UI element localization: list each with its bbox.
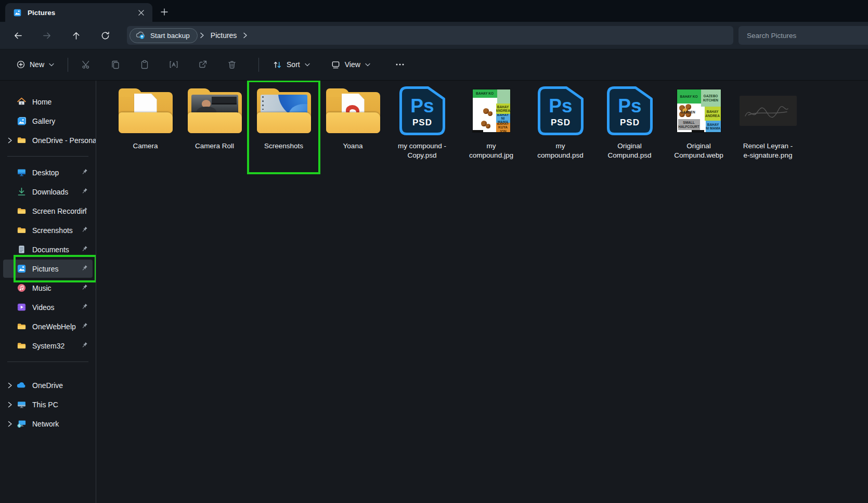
back-button[interactable] [7,26,28,45]
sidebar-item-system32[interactable]: System32 [0,336,96,355]
breadcrumb-chevron-icon[interactable] [243,32,248,38]
sidebar-item-screen-recordin[interactable]: Screen Recordin [0,201,96,221]
file-name: OriginalCompund.psd [607,141,651,160]
file-tile-rencel-leyran-e-signature-png[interactable]: Rencel Leyran -e-signature.png [733,84,802,160]
chevron-down-icon [305,63,310,67]
view-button[interactable]: View [325,55,376,74]
sort-button[interactable]: Sort [267,55,316,74]
navigation-pane: HomeGalleryOneDrive - Persona DesktopDow… [0,81,96,503]
svg-text:Ps: Ps [549,95,572,117]
expand-chevron-icon[interactable] [7,137,16,144]
videos-icon [16,302,27,313]
gallery-icon [16,116,27,126]
sidebar-item-downloads[interactable]: Downloads [0,182,96,201]
chevron-down-icon [365,63,370,67]
folder-icon [16,135,27,146]
cut-button[interactable] [76,54,97,75]
pin-icon [81,187,89,196]
forward-button[interactable] [36,26,57,45]
sidebar-item-home[interactable]: Home [0,92,96,111]
file-name: Screenshots [264,141,303,151]
folder-photo-thumbnail [180,84,249,138]
share-button[interactable] [192,54,213,75]
sidebar-item-label: OneDrive [32,381,96,390]
downloads-icon [16,187,27,197]
sidebar-item-desktop[interactable]: Desktop [0,163,96,182]
folder-icon [16,321,27,332]
file-tile-original-compund-psd[interactable]: PsPSDOriginalCompund.psd [595,84,664,160]
sidebar-item-this-pc[interactable]: This PC [0,395,96,414]
sidebar-item-documents[interactable]: Documents [0,240,96,259]
psd-thumbnail: PsPSD [387,84,457,138]
pin-icon [81,341,89,350]
plus-circle-icon [16,60,25,69]
pin-icon [81,207,89,215]
pin-icon [81,283,89,292]
folder-icon [16,341,27,351]
view-button-label: View [345,60,360,69]
search-input[interactable] [739,26,868,45]
sidebar-item-onewebhelp[interactable]: OneWebHelp [0,317,96,336]
documents-icon [16,244,27,255]
svg-text:PSD: PSD [620,118,640,127]
sidebar-item-label: This PC [32,401,96,409]
see-more-button[interactable] [390,54,410,75]
new-tab-button[interactable] [157,4,172,20]
onedrive-backup-icon [135,31,146,40]
sidebar-item-pictures[interactable]: Pictures [0,259,96,278]
expand-chevron-icon[interactable] [7,402,16,408]
delete-button[interactable] [222,54,242,75]
file-tile-my-compound-psd[interactable]: PsPSDmycompound.psd [526,84,595,160]
home-icon [16,97,27,107]
pin-icon [81,264,89,273]
copy-button[interactable] [105,54,126,75]
expand-chevron-icon[interactable] [7,382,16,389]
pictures-icon [13,8,22,17]
sidebar-item-onedrive-persona[interactable]: OneDrive - Persona [0,131,96,150]
network-icon [16,419,27,429]
sidebar-item-onedrive[interactable]: OneDrive [0,376,96,395]
svg-text:PSD: PSD [412,118,432,127]
pin-icon [81,168,89,176]
breadcrumb-pictures[interactable]: Pictures [206,29,241,42]
start-backup-button[interactable]: Start backup [129,28,198,43]
folder-icon [16,206,27,216]
file-name: Camera Roll [195,141,234,151]
psd-thumbnail: PsPSD [526,84,595,138]
pin-icon [81,245,89,253]
file-tile-my-compound-jpg[interactable]: BAHAY KOBAHAY ANDREABAHAY NI MAMABAHAY K… [457,84,526,160]
sidebar-item-network[interactable]: Network [0,414,96,433]
folder-bloom-thumbnail [249,84,318,138]
file-tile-my-compound-copy-psd[interactable]: PsPSDmy compound -Copy.psd [387,84,457,160]
chevron-down-icon [49,63,54,67]
sidebar-item-gallery[interactable]: Gallery [0,111,96,131]
file-name: mycompound.jpg [469,141,513,160]
command-bar: New Sort [0,49,868,81]
address-bar[interactable]: Start backup Pictures [127,26,733,45]
file-tile-camera[interactable]: Camera [111,84,180,160]
sidebar-item-music[interactable]: Music [0,278,96,298]
sidebar-item-label: Home [32,98,96,106]
close-tab-icon[interactable] [135,6,147,19]
desktop-icon [16,167,27,178]
sidebar-item-screenshots[interactable]: Screenshots [0,221,96,240]
pin-icon [81,322,89,330]
sidebar-item-videos[interactable]: Videos [0,298,96,317]
file-name: Rencel Leyran -e-signature.png [743,141,793,160]
file-tile-screenshots[interactable]: Screenshots [249,84,318,160]
file-tile-camera-roll[interactable]: Camera Roll [180,84,249,160]
refresh-button[interactable] [95,26,115,45]
expand-chevron-icon[interactable] [7,421,16,427]
new-button[interactable]: New [10,55,60,74]
paste-button[interactable] [134,54,155,75]
rename-button[interactable] [163,54,184,75]
file-tile-yoana[interactable]: Yoana [318,84,387,160]
file-tile-original-compund-webp[interactable]: BAHAY KOGAZEBO KITCHENGARDENBAHAY ANDREA… [664,84,733,160]
sort-icon [273,60,282,70]
file-name: mycompound.psd [537,141,584,160]
view-icon [331,60,341,70]
sidebar-item-label: OneDrive - Persona [32,136,96,145]
tab-pictures[interactable]: Pictures [5,3,152,22]
up-button[interactable] [66,26,86,45]
sidebar-item-label: Network [32,420,96,428]
